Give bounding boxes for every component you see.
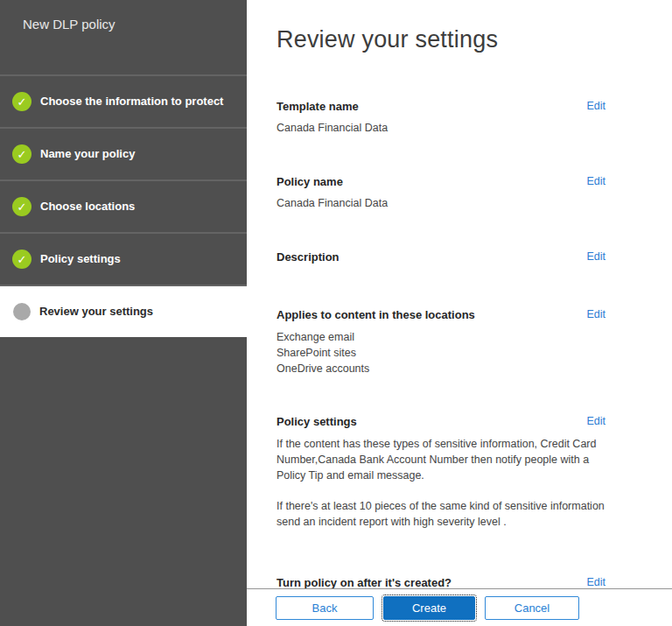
- sidebar-header: New DLP policy: [0, 0, 247, 74]
- sidebar-filler: [0, 337, 247, 626]
- edit-policy-name-link[interactable]: Edit: [586, 174, 606, 189]
- section-policy-settings: Policy settings Edit If the content has …: [276, 414, 606, 530]
- step-label: Name your policy: [40, 147, 144, 161]
- section-template-name: Template name Edit Canada Financial Data: [276, 99, 606, 136]
- edit-template-name-link[interactable]: Edit: [586, 99, 606, 114]
- wizard-sidebar: New DLP policy ✓ Choose the information …: [0, 0, 247, 626]
- section-title: Policy name: [276, 174, 343, 189]
- create-button[interactable]: Create: [383, 596, 475, 620]
- section-title: Applies to content in these locations: [276, 307, 475, 322]
- new-dlp-policy-wizard: New DLP policy ✓ Choose the information …: [0, 0, 672, 626]
- section-title: Description: [276, 250, 340, 264]
- section-description: Description Edit: [276, 250, 606, 264]
- step-label: Choose locations: [40, 200, 144, 214]
- step-label: Choose the information to protect: [40, 95, 232, 109]
- current-step-dot-icon: [13, 303, 31, 320]
- cancel-button[interactable]: Cancel: [485, 596, 579, 620]
- back-button[interactable]: Back: [276, 596, 374, 620]
- wizard-footer: Back Create Cancel: [247, 588, 672, 626]
- check-icon: ✓: [12, 250, 32, 269]
- section-locations: Applies to content in these locations Ed…: [276, 307, 606, 376]
- step-label: Policy settings: [40, 252, 130, 266]
- page-title: Review your settings: [276, 23, 606, 56]
- section-policy-name: Policy name Edit Canada Financial Data: [276, 174, 606, 211]
- check-icon: ✓: [12, 92, 32, 111]
- edit-locations-link[interactable]: Edit: [586, 307, 606, 322]
- wizard-title: New DLP policy: [23, 17, 229, 32]
- section-title: Policy settings: [276, 414, 357, 429]
- location-item: Exchange email: [276, 329, 606, 345]
- review-settings-panel: Review your settings Template name Edit …: [247, 0, 672, 626]
- step-label: Review your settings: [39, 305, 162, 319]
- step-choose-locations[interactable]: ✓ Choose locations: [0, 179, 247, 232]
- policy-settings-incident-report: If there's at least 10 pieces of the sam…: [276, 498, 606, 530]
- policy-name-value: Canada Financial Data: [276, 195, 606, 211]
- check-icon: ✓: [12, 197, 32, 216]
- policy-settings-summary: If the content has these types of sensit…: [276, 436, 606, 483]
- template-name-value: Canada Financial Data: [276, 120, 606, 136]
- step-name-policy[interactable]: ✓ Name your policy: [0, 127, 247, 179]
- edit-description-link[interactable]: Edit: [586, 250, 606, 264]
- location-item: SharePoint sites: [276, 345, 606, 361]
- section-title: Template name: [276, 99, 359, 114]
- step-choose-information[interactable]: ✓ Choose the information to protect: [0, 74, 247, 127]
- step-policy-settings[interactable]: ✓ Policy settings: [0, 232, 247, 285]
- location-item: OneDrive accounts: [276, 361, 606, 376]
- edit-policy-settings-link[interactable]: Edit: [586, 414, 606, 429]
- step-review-settings[interactable]: Review your settings: [0, 285, 247, 337]
- check-icon: ✓: [12, 144, 32, 164]
